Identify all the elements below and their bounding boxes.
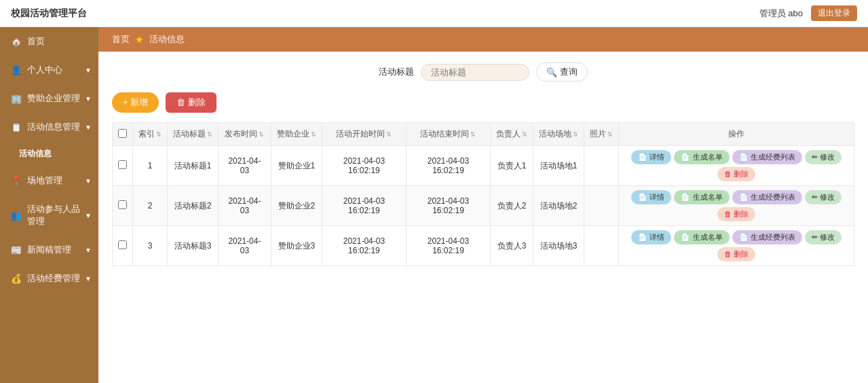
- search-bar: 活动标题 🔍 查询: [112, 62, 854, 81]
- home-icon: 🏠: [11, 37, 22, 47]
- detail-button[interactable]: 📄 详情: [631, 150, 671, 164]
- sidebar-subitem-activity[interactable]: 活动信息: [0, 141, 98, 166]
- table-row: 2 活动标题2 2021-04-03 赞助企业2 2021-04-03 16:0…: [113, 186, 854, 226]
- breadcrumb-home: 首页: [112, 33, 130, 45]
- row-checkbox: [113, 226, 133, 266]
- people-icon: 👥: [11, 211, 22, 221]
- table-row: 3 活动标题3 2021-04-03 赞助企业3 2021-04-03 16:0…: [113, 226, 854, 266]
- row-manager: 负责人1: [491, 146, 533, 186]
- col-publish: 发布时间⇅: [219, 123, 271, 146]
- edit-button[interactable]: ✏ 修改: [805, 230, 842, 244]
- data-table: 索引⇅ 活动标题⇅ 发布时间⇅ 赞助企业⇅ 活动开始时间⇅ 活动结束时间⇅ 负责…: [112, 122, 854, 266]
- row-photo: [584, 226, 619, 266]
- row-checkbox: [113, 146, 133, 186]
- breadcrumb: 首页 ★ 活动信息: [98, 27, 868, 52]
- col-operation: 操作: [619, 123, 854, 146]
- sidebar-item-activity-info[interactable]: 📋 活动信息管理 ▼: [0, 113, 98, 141]
- batch-delete-button[interactable]: 🗑 删除: [166, 92, 216, 113]
- edit-button[interactable]: ✏ 修改: [805, 150, 842, 164]
- clipboard-icon: 📋: [11, 122, 22, 132]
- row-sponsor: 赞助企业1: [271, 146, 322, 186]
- col-venue: 活动场地⇅: [533, 123, 584, 146]
- person-icon: 👤: [11, 65, 22, 75]
- row-start: 2021-04-03 16:02:19: [322, 226, 406, 266]
- row-end: 2021-04-03 16:02:19: [406, 186, 490, 226]
- sort-icon: ⇅: [156, 131, 162, 138]
- row-venue: 活动场地1: [533, 146, 584, 186]
- sidebar-item-news[interactable]: 📰 新闻稿管理 ▼: [0, 236, 98, 264]
- row-venue: 活动场地2: [533, 186, 584, 226]
- sidebar-item-home[interactable]: 🏠 首页: [0, 27, 98, 56]
- building-icon: 🏢: [11, 94, 22, 104]
- row-title: 活动标题1: [168, 146, 219, 186]
- row-end: 2021-04-03 16:02:19: [406, 146, 490, 186]
- row-photo: [584, 186, 619, 226]
- location-icon: 📍: [11, 176, 22, 186]
- row-photo: [584, 146, 619, 186]
- header-right: 管理员 abo 退出登录: [759, 5, 857, 21]
- col-end: 活动结束时间⇅: [406, 123, 490, 146]
- search-input[interactable]: [421, 64, 529, 81]
- table-row: 1 活动标题1 2021-04-03 赞助企业1 2021-04-03 16:0…: [113, 146, 854, 186]
- money-icon: 💰: [11, 274, 22, 284]
- detail-button[interactable]: 📄 详情: [631, 230, 671, 244]
- row-index: 1: [133, 146, 168, 186]
- delete-row-button[interactable]: 🗑 删除: [717, 167, 755, 181]
- col-title: 活动标题⇅: [168, 123, 219, 146]
- sort-icon-2: ⇅: [207, 131, 212, 138]
- star-icon: ★: [135, 34, 144, 45]
- sidebar-item-venue[interactable]: 📍 场地管理 ▼: [0, 166, 98, 195]
- sidebar-item-sponsor[interactable]: 🏢 赞助企业管理 ▼: [0, 84, 98, 113]
- search-icon: 🔍: [546, 67, 557, 77]
- row-checkbox: [113, 186, 133, 226]
- action-bar: + 新增 🗑 删除: [112, 92, 854, 113]
- row-start: 2021-04-03 16:02:19: [322, 146, 406, 186]
- expense-list-button[interactable]: 📄 生成经费列表: [732, 190, 802, 204]
- content-area: 首页 ★ 活动信息 活动标题 🔍 查询 + 新增 🗑 删除: [98, 27, 868, 383]
- col-checkbox: [113, 123, 133, 146]
- generate-list-button[interactable]: 📄 生成名单: [674, 230, 729, 244]
- row-title: 活动标题3: [168, 226, 219, 266]
- sort-icon-7: ⇅: [522, 131, 527, 138]
- sidebar-item-participants[interactable]: 👥 活动参与人品管理 ▼: [0, 195, 98, 236]
- sidebar-item-personal[interactable]: 👤 个人中心 ▼: [0, 56, 98, 84]
- row-manager: 负责人2: [491, 186, 533, 226]
- row-publish: 2021-04-03: [219, 226, 271, 266]
- col-photo: 照片⇅: [584, 123, 619, 146]
- admin-label: 管理员 abo: [759, 7, 803, 20]
- chevron-down-icon-6: ▼: [85, 247, 92, 254]
- delete-row-button[interactable]: 🗑 删除: [717, 207, 755, 221]
- row-publish: 2021-04-03: [219, 186, 271, 226]
- sidebar-item-expense[interactable]: 💰 活动经费管理 ▼: [0, 264, 98, 293]
- sort-icon-4: ⇅: [311, 131, 316, 138]
- row-select-checkbox[interactable]: [118, 200, 127, 209]
- main-layout: 🏠 首页 👤 个人中心 ▼ 🏢 赞助企业管理 ▼ 📋 活动信息管理 ▼ 活动信息…: [0, 27, 868, 383]
- logout-button[interactable]: 退出登录: [811, 5, 857, 21]
- chevron-down-icon-4: ▼: [85, 177, 92, 185]
- sort-icon-6: ⇅: [470, 131, 476, 138]
- row-select-checkbox[interactable]: [118, 160, 127, 169]
- chevron-down-icon-2: ▼: [85, 95, 92, 103]
- row-sponsor: 赞助企业3: [271, 226, 322, 266]
- row-select-checkbox[interactable]: [118, 240, 127, 249]
- select-all-checkbox[interactable]: [118, 129, 127, 138]
- expense-list-button[interactable]: 📄 生成经费列表: [732, 230, 802, 244]
- expense-list-button[interactable]: 📄 生成经费列表: [732, 150, 802, 164]
- sort-icon-8: ⇅: [573, 131, 578, 138]
- chevron-down-icon: ▼: [85, 67, 92, 74]
- detail-button[interactable]: 📄 详情: [631, 190, 671, 204]
- chevron-down-icon-7: ▼: [85, 275, 92, 282]
- row-operations: 📄 详情 📄 生成名单 📄 生成经费列表 ✏ 修改 🗑 删除: [619, 146, 854, 186]
- edit-button[interactable]: ✏ 修改: [805, 190, 842, 204]
- search-button[interactable]: 🔍 查询: [536, 62, 588, 81]
- row-publish: 2021-04-03: [219, 146, 271, 186]
- generate-list-button[interactable]: 📄 生成名单: [674, 150, 729, 164]
- add-button[interactable]: + 新增: [112, 92, 159, 113]
- delete-row-button[interactable]: 🗑 删除: [717, 247, 755, 261]
- row-manager: 负责人3: [491, 226, 533, 266]
- sort-icon-3: ⇅: [259, 131, 264, 138]
- search-label: 活动标题: [379, 66, 414, 78]
- sort-icon-5: ⇅: [386, 131, 392, 138]
- generate-list-button[interactable]: 📄 生成名单: [674, 190, 729, 204]
- sidebar: 🏠 首页 👤 个人中心 ▼ 🏢 赞助企业管理 ▼ 📋 活动信息管理 ▼ 活动信息…: [0, 27, 98, 383]
